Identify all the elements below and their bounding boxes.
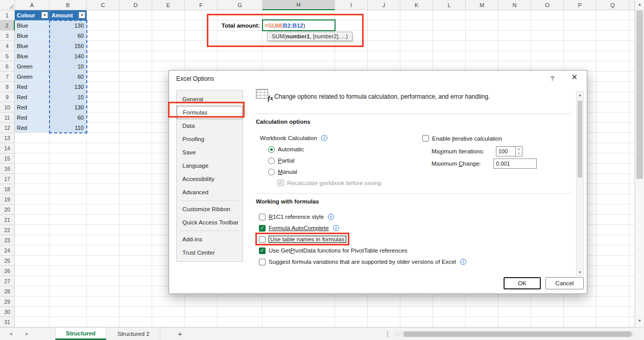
cell-Q23[interactable] — [597, 235, 629, 245]
row-header-29[interactable]: 29 — [0, 297, 15, 307]
row-header-21[interactable]: 21 — [0, 215, 15, 225]
cell-A20[interactable] — [15, 205, 50, 215]
row-header-5[interactable]: 5 — [0, 51, 15, 61]
cell-C9[interactable] — [87, 92, 120, 102]
cell-Q29[interactable] — [597, 297, 629, 307]
cell-B20[interactable] — [50, 205, 87, 215]
row-header-7[interactable]: 7 — [0, 72, 15, 82]
cell-O4[interactable] — [531, 41, 564, 51]
column-header-P[interactable]: P — [564, 0, 597, 10]
cell-C1[interactable] — [87, 10, 120, 20]
cell-B27[interactable] — [50, 276, 87, 286]
cell-P2[interactable] — [564, 20, 597, 31]
cell-O31[interactable] — [531, 317, 564, 327]
dialog-scrollbar-thumb[interactable] — [578, 101, 582, 177]
cell-Q1[interactable] — [597, 10, 629, 20]
cell-B11[interactable]: 60 — [50, 112, 87, 123]
column-header-H[interactable]: H — [263, 0, 335, 10]
column-header-F[interactable]: F — [185, 0, 218, 10]
column-header-A[interactable]: A — [15, 0, 50, 10]
cell-B25[interactable] — [50, 256, 87, 266]
cell-B18[interactable] — [50, 184, 87, 194]
cell-D19[interactable] — [120, 194, 152, 205]
cell-Q18[interactable] — [597, 184, 629, 194]
cell-C30[interactable] — [87, 307, 120, 317]
cell-G2[interactable]: Total amount: — [218, 20, 263, 31]
cell-M3[interactable] — [466, 31, 498, 41]
cell-B15[interactable] — [50, 153, 87, 164]
cell-D25[interactable] — [120, 256, 152, 266]
cell-A14[interactable] — [15, 143, 50, 153]
cell-C3[interactable] — [87, 31, 120, 41]
cell-K30[interactable] — [400, 307, 433, 317]
cell-A3[interactable]: Blue — [15, 31, 50, 41]
cell-A29[interactable] — [15, 297, 50, 307]
cell-A24[interactable] — [15, 245, 50, 256]
cell-B9[interactable]: 10 — [50, 92, 87, 102]
cell-D30[interactable] — [120, 307, 152, 317]
cell-D7[interactable] — [120, 72, 152, 82]
cell-A16[interactable] — [15, 164, 50, 174]
row-header-22[interactable]: 22 — [0, 225, 15, 235]
cell-Q10[interactable] — [597, 102, 629, 112]
cell-A6[interactable]: Green — [15, 61, 50, 72]
cell-A10[interactable]: Red — [15, 102, 50, 112]
cell-Q22[interactable] — [597, 225, 629, 235]
cell-B21[interactable] — [50, 215, 87, 225]
column-header-B[interactable]: B — [50, 0, 87, 10]
cell-Q20[interactable] — [597, 205, 629, 215]
cell-G1[interactable] — [218, 10, 263, 20]
column-header-K[interactable]: K — [400, 0, 433, 10]
cell-M2[interactable] — [466, 20, 498, 31]
cell-B23[interactable] — [50, 235, 87, 245]
max-change-input[interactable]: 0.001 — [493, 158, 537, 169]
cell-D8[interactable] — [120, 82, 152, 92]
cell-C28[interactable] — [87, 286, 120, 297]
cell-O2[interactable] — [531, 20, 564, 31]
cell-I29[interactable] — [335, 297, 368, 307]
add-sheet-button[interactable]: + — [178, 329, 182, 338]
cell-Q25[interactable] — [597, 256, 629, 266]
cell-C10[interactable] — [87, 102, 120, 112]
tab-options-icon[interactable]: ⋮ — [384, 330, 391, 337]
max-iterations-input[interactable]: 100 ▲ ▼ — [496, 146, 522, 156]
checkbox-use-table-names-in-formulas[interactable]: Use table names in formulas — [259, 235, 466, 243]
cell-B5[interactable]: 140 — [50, 51, 87, 61]
cell-M4[interactable] — [466, 41, 498, 51]
cell-K2[interactable] — [400, 20, 433, 31]
cell-Q14[interactable] — [597, 143, 629, 153]
dialog-nav-add-ins[interactable]: Add-ins — [177, 233, 243, 246]
cell-A30[interactable] — [15, 307, 50, 317]
cell-Q31[interactable] — [597, 317, 629, 327]
column-header-M[interactable]: M — [466, 0, 498, 10]
cell-B30[interactable] — [50, 307, 87, 317]
cell-I30[interactable] — [335, 307, 368, 317]
checkbox-use-getpivotdata-functions-for-pivottable-references[interactable]: ✓Use GetPivotData functions for PivotTab… — [259, 246, 466, 255]
cell-C23[interactable] — [87, 235, 120, 245]
cell-D5[interactable] — [120, 51, 152, 61]
cell-J30[interactable] — [368, 307, 400, 317]
checkbox-r1c1-reference-style[interactable]: R1C1 reference stylei — [259, 213, 466, 221]
row-header-10[interactable]: 10 — [0, 102, 15, 112]
row-header-19[interactable]: 19 — [0, 194, 15, 205]
column-header-C[interactable]: C — [87, 0, 120, 10]
checkbox-suggest-formula-variations-that-are-supported-by-older-versions-of-excel[interactable]: Suggest formula variations that are supp… — [259, 258, 466, 266]
cell-L1[interactable] — [433, 10, 466, 20]
horizontal-scrollbar[interactable] — [394, 331, 634, 337]
scroll-down-icon[interactable]: ▼ — [577, 270, 583, 274]
cell-B3[interactable]: 60 — [50, 31, 87, 41]
row-header-24[interactable]: 24 — [0, 245, 15, 256]
cell-C19[interactable] — [87, 194, 120, 205]
cell-Q11[interactable] — [597, 112, 629, 123]
cell-Q5[interactable] — [597, 51, 629, 61]
cell-M30[interactable] — [466, 307, 498, 317]
cell-C31[interactable] — [87, 317, 120, 327]
cell-D13[interactable] — [120, 133, 152, 143]
cell-A1[interactable]: Colour▼ — [15, 10, 50, 20]
radio-icon[interactable] — [268, 146, 275, 153]
cell-A4[interactable]: Blue — [15, 41, 50, 51]
dialog-scrollbar[interactable]: ▲ ▼ — [576, 91, 584, 276]
cell-F1[interactable] — [185, 10, 218, 20]
cell-D12[interactable] — [120, 123, 152, 133]
cell-C25[interactable] — [87, 256, 120, 266]
